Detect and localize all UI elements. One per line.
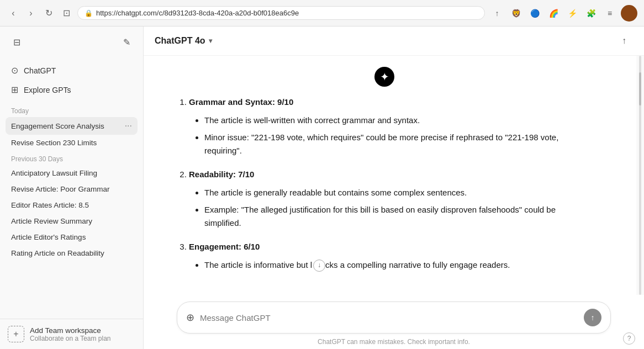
attach-button[interactable]: ⊕ (186, 311, 194, 324)
app-layout: ⊟ ✎ ⊙ ChatGPT ⊞ Explore GPTs Today Engag… (0, 27, 644, 349)
forward-button[interactable]: › (24, 7, 38, 20)
extension-2[interactable]: 🌈 (546, 6, 561, 21)
back-button[interactable]: ‹ (7, 7, 20, 20)
sidebar-top: ⊟ ✎ (0, 27, 143, 57)
list-item: The article is informative but l↓cks a c… (204, 258, 592, 272)
url-text: https://chatgpt.com/c/8d9312d3-8cda-420a… (96, 9, 299, 17)
more-options-icon[interactable]: ··· (125, 121, 132, 131)
extensions-menu[interactable]: 🧩 (583, 6, 599, 21)
chat-item-text: Rating Article on Readability (11, 249, 132, 257)
chat-item-engagement-score[interactable]: Engagement Score Analysis ··· (6, 117, 138, 135)
previous-label: Previous 30 Days (6, 151, 138, 165)
model-selector[interactable]: ChatGPT 4o ▾ (155, 36, 212, 46)
item-title: Readability: 7/10 (189, 170, 254, 179)
address-bar[interactable]: 🔒 https://chatgpt.com/c/8d9312d3-8cda-42… (77, 6, 485, 20)
chat-messages: ✦ Grammar and Syntax: 9/10 The article i… (144, 56, 636, 295)
add-team-workspace-button[interactable]: + Add Team workspace Collaborate on a Te… (0, 319, 143, 349)
footer-note: ChatGPT can make mistakes. Check importa… (144, 334, 644, 349)
footer-sub-label: Collaborate on a Team plan (30, 335, 111, 342)
list-item: Grammar and Syntax: 9/10 The article is … (189, 96, 592, 158)
help-icon[interactable]: ? (623, 332, 635, 345)
new-chat-button[interactable]: ✎ (118, 33, 135, 51)
chat-item-editor-rates[interactable]: Editor Rates Article: 8.5 (6, 197, 138, 213)
sidebar-item-explore-gpts[interactable]: ⊞ Explore GPTs (6, 80, 138, 99)
gpt-logo: ✦ (177, 67, 592, 87)
scrollbar-thumb[interactable] (639, 72, 641, 105)
add-team-icon: + (8, 326, 24, 342)
sidebar-item-label: ChatGPT (24, 66, 56, 75)
sidebar: ⊟ ✎ ⊙ ChatGPT ⊞ Explore GPTs Today Engag… (0, 27, 144, 349)
extension-1[interactable]: 🔵 (527, 6, 542, 21)
main-content: ChatGPT 4o ▾ ↑ ✦ Grammar and Syntax: 9/1… (144, 27, 644, 349)
share-button[interactable]: ↑ (489, 6, 505, 21)
user-avatar[interactable] (621, 5, 637, 22)
message-input[interactable] (200, 313, 578, 322)
list-item: The article is well-written with correct… (204, 114, 592, 128)
chat-item-rating-article[interactable]: Rating Article on Readability (6, 245, 138, 261)
chat-item-text: Engagement Score Analysis (11, 122, 123, 130)
extension-3[interactable]: ⚡ (564, 6, 580, 21)
list-item: Minor issue: "221-198 vote, which requir… (204, 131, 592, 158)
chat-item-text: Anticipatory Lawsuit Filing (11, 169, 132, 177)
sidebar-top-icons: ⊟ (8, 33, 25, 51)
today-label: Today (6, 103, 138, 117)
chat-item-text: Revise Article: Poor Grammar (11, 185, 132, 193)
browser-menu[interactable]: ≡ (602, 6, 617, 21)
browser-actions: ↑ 🦁 🔵 🌈 ⚡ 🧩 ≡ (489, 5, 637, 22)
reload-button[interactable]: ↻ (42, 7, 55, 20)
chat-header: ChatGPT 4o ▾ ↑ (144, 27, 644, 56)
scroll-down-indicator[interactable]: ↓ (313, 260, 325, 272)
list-item: Readability: 7/10 The article is general… (189, 168, 592, 230)
chat-item-anticipatory[interactable]: Anticipatory Lawsuit Filing (6, 165, 138, 181)
brave-icon[interactable]: 🦁 (508, 6, 524, 21)
sidebar-item-chatgpt[interactable]: ⊙ ChatGPT (6, 61, 138, 80)
lock-icon: 🔒 (85, 9, 93, 17)
send-button[interactable]: ↑ (584, 309, 601, 326)
chevron-down-icon: ▾ (209, 37, 212, 45)
chat-item-article-review[interactable]: Article Review Summary (6, 213, 138, 229)
bookmark-button[interactable]: ⊡ (60, 7, 73, 20)
list-item: The article is generally readable but co… (204, 186, 592, 200)
list-item: Example: "The alleged justification for … (204, 203, 592, 231)
chat-input-box: ⊕ ↑ (177, 302, 611, 334)
chat-item-text: Article Review Summary (11, 217, 132, 225)
chat-item-text: Revise Section 230 Limits (11, 139, 132, 147)
sidebar-nav: ⊙ ChatGPT ⊞ Explore GPTs (0, 57, 143, 103)
chat-input-area: ⊕ ↑ (144, 295, 644, 334)
chatgpt-logo-icon: ⊙ (11, 65, 18, 76)
item-title: Engagement: 6/10 (189, 242, 260, 251)
chat-item-revise-section[interactable]: Revise Section 230 Limits (6, 135, 138, 151)
model-name: ChatGPT 4o (155, 36, 205, 46)
sidebar-item-label: Explore GPTs (24, 86, 71, 94)
list-item: Engagement: 6/10 The article is informat… (189, 240, 592, 272)
gpt-logo-icon: ✦ (374, 67, 394, 87)
toggle-sidebar-button[interactable]: ⊟ (8, 33, 25, 51)
grid-icon: ⊞ (11, 84, 18, 95)
sidebar-history: Today Engagement Score Analysis ··· Revi… (0, 103, 143, 319)
footer-note-text: ChatGPT can make mistakes. Check importa… (318, 338, 470, 346)
item-title: Grammar and Syntax: 9/10 (189, 97, 293, 107)
chat-item-text: Editor Rates Article: 8.5 (11, 201, 132, 209)
scrollbar-track[interactable] (639, 56, 641, 295)
chat-item-revise-article[interactable]: Revise Article: Poor Grammar (6, 181, 138, 197)
message-content: Grammar and Syntax: 9/10 The article is … (177, 96, 592, 272)
chat-item-text: Article Editor's Ratings (11, 233, 132, 241)
share-chat-button[interactable]: ↑ (615, 32, 633, 50)
footer-main-label: Add Team workspace (30, 326, 111, 335)
right-scrollbar (636, 56, 644, 295)
browser-chrome: ‹ › ↻ ⊡ 🔒 https://chatgpt.com/c/8d9312d3… (0, 0, 644, 27)
header-actions: ↑ (615, 32, 633, 50)
footer-text: Add Team workspace Collaborate on a Team… (30, 326, 111, 342)
chat-item-article-editors[interactable]: Article Editor's Ratings (6, 229, 138, 245)
